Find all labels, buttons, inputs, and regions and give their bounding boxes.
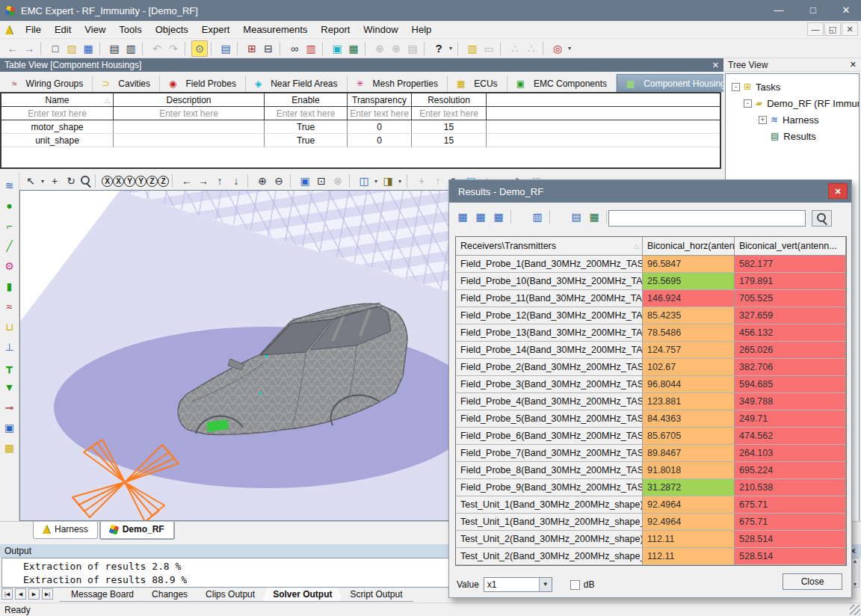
connector-tool-icon[interactable]: ▮: [1, 276, 18, 296]
housing-tool-icon[interactable]: ▼: [1, 377, 18, 397]
cell-enable[interactable]: True: [265, 120, 348, 134]
results-vert-value[interactable]: 179.891: [735, 273, 846, 290]
forward-icon[interactable]: →: [21, 40, 37, 57]
wiring-tool-icon[interactable]: ≈: [1, 296, 18, 316]
menu-item[interactable]: Objects: [149, 22, 195, 37]
emc-component-tool-icon[interactable]: ▣: [1, 417, 18, 437]
tree-item-demo-rf[interactable]: - ▰ Demo_RF (RF Immur: [726, 95, 859, 111]
open-folder-icon[interactable]: ▨: [64, 40, 80, 57]
view-x-neg-icon[interactable]: X: [102, 176, 113, 187]
grid-view-dense-icon[interactable]: ▦: [490, 209, 507, 225]
tab-wiring-groups[interactable]: ≈ Wiring Groups: [3, 76, 93, 92]
menu-item[interactable]: View: [78, 22, 112, 37]
results-row-label[interactable]: Field_Probe_7(Band_30MHz_200MHz_TASK)E: [456, 445, 643, 462]
move-left-icon[interactable]: ←: [179, 173, 195, 189]
maximize-button[interactable]: □: [798, 0, 828, 21]
output-tab-clips-output[interactable]: Clips Output: [194, 588, 266, 602]
dropdown-arrow-icon[interactable]: ▾: [372, 173, 380, 189]
probe-display-icon[interactable]: ◫: [356, 173, 372, 189]
tab-component-housings[interactable]: ▩ Component Housings: [617, 74, 723, 92]
move-right-icon[interactable]: →: [195, 173, 212, 189]
results-row-label[interactable]: Field_Probe_9(Band_30MHz_200MHz_TASK)E: [456, 479, 643, 496]
results-horz-value[interactable]: 84.4363: [643, 410, 735, 428]
results-horz-value[interactable]: 96.8044: [643, 376, 735, 393]
results-row-label[interactable]: Field_Probe_5(Band_30MHz_200MHz_TASK)E: [456, 410, 643, 428]
cell-resolution[interactable]: 15: [412, 120, 487, 134]
search-icon[interactable]: ⊙: [191, 40, 208, 57]
results-vert-value[interactable]: 327.659: [735, 307, 846, 324]
results-horz-value[interactable]: 112.11: [643, 548, 735, 565]
results-vert-value[interactable]: 705.525: [735, 290, 846, 307]
save-icon[interactable]: ▦: [80, 40, 96, 57]
results-row-label[interactable]: Field_Probe_13(Band_30MHz_200MHz_TASK)E: [456, 324, 643, 342]
results-search-button[interactable]: [812, 210, 832, 227]
tab-cavities[interactable]: ⊃ Cavities: [93, 76, 160, 92]
dropdown-arrow-icon[interactable]: ▾: [447, 40, 454, 57]
results-horz-value[interactable]: 102.67: [643, 359, 735, 376]
results-horz-value[interactable]: 85.4235: [643, 307, 735, 324]
tab-field-probes[interactable]: ◉ Field Probes: [160, 76, 246, 92]
sphere-tool-icon[interactable]: ●: [1, 195, 18, 215]
tree-expander-icon[interactable]: -: [744, 99, 752, 108]
results-row-label[interactable]: Field_Probe_14(Band_30MHz_200MHz_TASK)E: [456, 342, 643, 359]
redo-icon[interactable]: ↷: [165, 40, 182, 57]
view-z-pos-icon[interactable]: Z: [158, 176, 169, 187]
dropdown-arrow-icon[interactable]: ▾: [396, 173, 404, 189]
output-tab-script-output[interactable]: Script Output: [339, 588, 413, 602]
results-horz-value[interactable]: 89.8467: [643, 445, 735, 462]
results-column-receivers[interactable]: Receivers\Transmitters △: [456, 237, 643, 256]
grid-view-icon[interactable]: ▦: [454, 209, 472, 225]
results-row-label[interactable]: Field_Probe_6(Band_30MHz_200MHz_TASK)E: [456, 428, 643, 445]
results-horz-value[interactable]: 123.881: [643, 393, 735, 410]
results-row-label[interactable]: Test_Unit_2(Band_30MHz_200MHz_shape)E: [456, 531, 643, 548]
filter-name[interactable]: Enter text here: [1, 107, 114, 120]
output-tab-changes[interactable]: Changes: [141, 588, 199, 602]
tree-item-results[interactable]: ▤ Results: [726, 128, 859, 144]
cell-description[interactable]: [114, 120, 265, 134]
chevron-down-icon[interactable]: ▼: [539, 578, 552, 591]
results-vert-value[interactable]: 675.71: [735, 514, 846, 531]
results-horz-value[interactable]: 25.5695: [643, 273, 735, 290]
view-z-neg-icon[interactable]: Z: [146, 176, 158, 187]
excel-export-icon[interactable]: ▦: [585, 209, 603, 225]
menu-item[interactable]: Edit: [48, 22, 78, 37]
output-tab-message-board[interactable]: Message Board: [60, 588, 145, 602]
filter-enable[interactable]: Enter text here: [265, 107, 348, 120]
filter-description[interactable]: Enter text here: [114, 107, 265, 120]
section-display-icon[interactable]: ◨: [380, 173, 396, 189]
column-header-transparency[interactable]: Transparency: [348, 93, 412, 107]
results-vert-value[interactable]: 594.685: [735, 376, 846, 393]
view-x-pos-icon[interactable]: X: [113, 176, 124, 187]
network-tool-icon[interactable]: ⊥: [1, 336, 18, 357]
results-search-input[interactable]: [608, 210, 806, 227]
cell-enable[interactable]: True: [265, 134, 348, 147]
tree-expander-icon[interactable]: -: [732, 83, 740, 91]
tab-emc-components[interactable]: ▣ EMC Components: [507, 76, 617, 92]
column-header-enable[interactable]: Enable: [265, 93, 348, 107]
results-vert-value[interactable]: 264.103: [735, 445, 846, 462]
results-horz-value[interactable]: 92.4964: [643, 514, 735, 531]
results-column-biconical-horz[interactable]: Biconical_horz(anten...: [643, 237, 735, 256]
results-row-label[interactable]: Test_Unit_2(Band_30MHz_200MHz_shape_TAS.…: [456, 548, 643, 565]
select-cursor-icon[interactable]: ↖: [22, 173, 39, 189]
target-icon[interactable]: ◎: [549, 40, 566, 57]
menu-item[interactable]: Expert: [195, 22, 237, 37]
results-dialog-title-bar[interactable]: Results - Demo_RF: [449, 180, 851, 203]
tool-extra-icon[interactable]: +: [413, 173, 430, 189]
harness-tool-icon[interactable]: ≋: [1, 175, 18, 195]
results-row-label[interactable]: Test_Unit_1(Band_30MHz_200MHz_shape)E: [456, 496, 643, 514]
ruler-icon[interactable]: ▥: [464, 40, 481, 57]
print-icon[interactable]: ▤: [106, 40, 123, 57]
tree-item-tasks[interactable]: - ⊞ Tasks: [726, 78, 859, 95]
results-vert-value[interactable]: 382.706: [735, 359, 846, 376]
close-icon[interactable]: ✕: [850, 60, 857, 70]
wheel-tool-icon[interactable]: ⊛: [371, 40, 388, 57]
output-tab-solver-output[interactable]: Solver Output: [262, 588, 343, 602]
results-vert-value[interactable]: 582.177: [735, 256, 846, 273]
results-vert-value[interactable]: 474.562: [735, 428, 846, 445]
goto-icon[interactable]: ▥: [303, 40, 319, 57]
results-row-label[interactable]: Field_Probe_2(Band_30MHz_200MHz_TASK)E: [456, 359, 643, 376]
zoom-window-icon[interactable]: ▣: [297, 173, 313, 189]
db-checkbox[interactable]: [570, 580, 580, 590]
move-up-icon[interactable]: ↑: [212, 173, 228, 189]
